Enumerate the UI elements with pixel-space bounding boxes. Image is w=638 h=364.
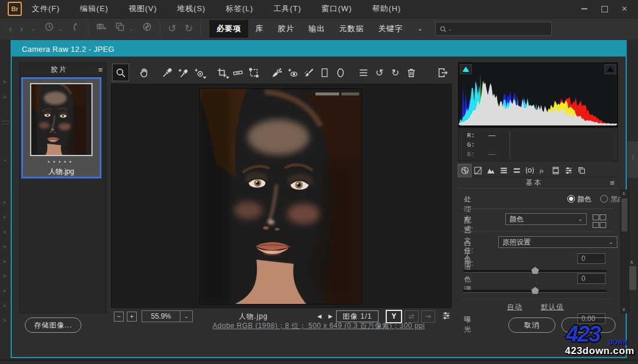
graduated-filter-tool[interactable] <box>317 64 333 81</box>
open-button[interactable] <box>561 317 616 333</box>
workspace-tab-filmstrip[interactable]: 胶片 <box>271 20 301 38</box>
profile-browser-icon[interactable] <box>593 214 605 228</box>
rotate-right-icon[interactable]: ↻ <box>387 64 403 81</box>
zoom-level-chevron-icon[interactable]: ⌄ <box>180 310 193 322</box>
tab-effects-icon[interactable] <box>536 164 549 177</box>
targeted-adjustment-tool[interactable] <box>191 64 207 81</box>
workspace-tab-output[interactable]: 输出 <box>301 20 332 38</box>
profile-dropdown[interactable]: 颜色⌄ <box>505 213 587 225</box>
forward-button[interactable]: › <box>16 19 27 39</box>
preview-settings-icon[interactable] <box>441 311 452 322</box>
process-color-label[interactable]: 颜色 <box>577 195 591 203</box>
close-button[interactable]: ✕ <box>617 3 632 15</box>
minimize-button[interactable] <box>577 3 592 15</box>
color-sampler-tool[interactable] <box>175 64 191 81</box>
adjustment-brush-tool[interactable] <box>301 64 317 81</box>
zoom-tool[interactable] <box>112 64 129 81</box>
menu-stacks[interactable]: 堆栈(S) <box>167 4 215 14</box>
menu-window[interactable]: 窗口(W) <box>311 4 362 14</box>
menu-edit[interactable]: 编辑(E) <box>70 4 119 14</box>
menu-label[interactable]: 标签(L) <box>216 4 264 14</box>
workspace-chevron-icon[interactable]: ⌄ <box>413 19 426 39</box>
tab-hsl-icon[interactable] <box>497 164 510 177</box>
panel-grip[interactable]: ⋮ <box>630 154 636 160</box>
tab-presets-icon[interactable] <box>562 164 575 177</box>
get-photos-camera-icon[interactable] <box>92 19 111 39</box>
tint-slider-thumb[interactable] <box>531 287 539 294</box>
tab-tone-curve-icon[interactable] <box>471 164 484 177</box>
menu-help[interactable]: 帮助(H) <box>362 4 411 14</box>
filmstrip-thumbnail[interactable]: ••••• 人物.jpg <box>21 77 101 178</box>
dialog-title-bar[interactable]: Camera Raw 12.2 - JPEG <box>12 41 626 57</box>
workspace-tab-libraries[interactable]: 库 <box>248 20 271 38</box>
menu-file[interactable]: 文件(F) <box>22 4 70 14</box>
rotate-ccw-icon[interactable]: ↺ <box>164 19 180 39</box>
tab-lens-corrections-icon[interactable] <box>523 164 536 177</box>
image-preview-area[interactable] <box>111 84 452 308</box>
auto-link[interactable]: 自动 <box>507 303 522 311</box>
recent-files-icon[interactable] <box>40 19 58 39</box>
tint-slider[interactable] <box>463 290 607 293</box>
process-color-radio[interactable] <box>567 195 575 203</box>
workspace-tab-essentials[interactable]: 必要项 <box>209 20 248 38</box>
red-eye-tool[interactable] <box>285 64 301 81</box>
rating-dots[interactable]: ••••• <box>48 159 75 165</box>
cancel-button[interactable]: 取消 <box>508 317 555 333</box>
rotate-left-icon[interactable]: ↺ <box>371 64 387 81</box>
zoom-level-value[interactable]: 55.9% <box>142 310 180 322</box>
crop-tool[interactable] <box>214 64 230 81</box>
menu-view[interactable]: 视图(V) <box>119 4 167 14</box>
wb-dropdown[interactable]: 原照设置⌄ <box>498 236 617 248</box>
search-scope-chevron-icon[interactable]: ⌄ <box>448 27 452 32</box>
spot-removal-tool[interactable] <box>269 64 285 81</box>
bg-scroll-up-icon[interactable]: ∧ <box>630 259 634 265</box>
delete-icon[interactable] <box>403 64 419 81</box>
white-balance-tool[interactable] <box>159 64 175 81</box>
tab-basic-icon[interactable] <box>458 164 471 177</box>
tab-calibration-icon[interactable] <box>549 164 562 177</box>
scroll-down-icon[interactable]: ∨ <box>622 307 626 312</box>
highlight-clipping-indicator[interactable] <box>604 64 616 74</box>
zoom-out-button[interactable]: − <box>114 312 124 322</box>
temp-slider[interactable] <box>463 270 607 273</box>
tab-snapshots-icon[interactable] <box>575 164 588 177</box>
default-link[interactable]: 默认值 <box>541 303 564 311</box>
refine-icon[interactable] <box>138 19 156 39</box>
previous-image-icon[interactable]: ◀ <box>314 313 325 319</box>
back-button[interactable]: ‹ <box>5 19 16 39</box>
shadow-clipping-indicator[interactable] <box>460 64 472 74</box>
scroll-up-icon[interactable]: ∧ <box>622 191 626 196</box>
scrollbar-thumb[interactable] <box>621 198 627 231</box>
search-box[interactable]: ⌄ <box>435 22 552 36</box>
straighten-tool[interactable] <box>230 64 246 81</box>
panel-scrollbar[interactable]: ∧ ∨ <box>620 190 629 313</box>
recent-chevron2-icon[interactable]: ⌄ <box>58 19 67 39</box>
transform-tool[interactable] <box>246 64 262 81</box>
next-image-icon[interactable]: ▶ <box>325 313 336 319</box>
bridge-logo[interactable]: Br <box>8 2 22 16</box>
bg-scrollbar-thumb[interactable] <box>629 266 636 290</box>
presets-list-icon[interactable] <box>356 64 371 81</box>
menu-tools[interactable]: 工具(T) <box>264 4 312 14</box>
histogram[interactable] <box>458 62 618 127</box>
toggle-dialog-mode-icon[interactable] <box>435 64 450 81</box>
return-to-app-icon[interactable] <box>67 19 84 39</box>
process-bw-radio[interactable] <box>600 195 608 203</box>
search-input[interactable] <box>453 24 551 34</box>
recent-chevron-icon[interactable]: ⌄ <box>27 19 40 39</box>
workspace-tab-metadata[interactable]: 元数据 <box>332 20 371 38</box>
workflow-options-link[interactable]: Adobe RGB (1998)；8 位； 500 x 649 (0.3 百万像… <box>213 322 425 330</box>
copy-chevron-icon[interactable]: ⌄ <box>129 19 138 39</box>
tab-detail-icon[interactable] <box>484 164 497 177</box>
maximize-button[interactable] <box>597 3 612 15</box>
workspace-tab-keywords[interactable]: 关键字 <box>371 20 410 38</box>
temp-slider-thumb[interactable] <box>531 267 539 274</box>
filmstrip-menu-icon[interactable]: ≡ <box>98 65 106 74</box>
hand-tool[interactable] <box>136 64 152 81</box>
temp-value[interactable]: 0 <box>577 253 606 264</box>
basic-panel-menu-icon[interactable]: ≡ <box>610 178 618 187</box>
zoom-in-button[interactable]: + <box>127 312 137 322</box>
tab-split-toning-icon[interactable] <box>510 164 523 177</box>
rotate-cw-icon[interactable]: ↻ <box>180 19 197 39</box>
preview-photo[interactable] <box>200 89 361 304</box>
